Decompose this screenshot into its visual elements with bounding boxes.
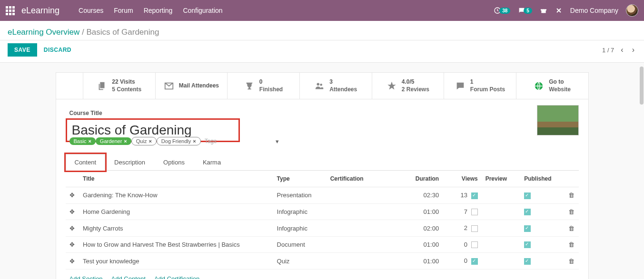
- tags-dropdown-icon[interactable]: ▾: [276, 138, 279, 145]
- delete-row-icon[interactable]: 🗑: [564, 187, 579, 204]
- delete-row-icon[interactable]: 🗑: [564, 236, 579, 253]
- tab-description[interactable]: Description: [105, 154, 154, 170]
- cell-type: Quiz: [273, 253, 327, 269]
- tag-basic[interactable]: Basic ×: [69, 137, 96, 145]
- preview-checkbox[interactable]: [471, 192, 478, 199]
- star-icon: [386, 81, 397, 91]
- tab-karma[interactable]: Karma: [194, 154, 230, 170]
- stat-go-website[interactable]: Go toWebsite: [516, 73, 588, 99]
- company-name[interactable]: Demo Company: [570, 7, 618, 14]
- table-row[interactable]: ✥Mighty CarrotsInfographic02:002 🗑: [66, 220, 579, 237]
- stat-reviews[interactable]: 4.0/52 Reviews: [372, 73, 444, 99]
- cell-title: Gardening: The Know-How: [79, 187, 273, 204]
- preview-checkbox[interactable]: [471, 209, 478, 215]
- breadcrumb-root[interactable]: eLearning Overview: [8, 28, 79, 37]
- published-checkbox[interactable]: [524, 258, 531, 265]
- comment-icon: [455, 81, 466, 91]
- cell-cert: [327, 253, 395, 269]
- discard-button[interactable]: DISCARD: [44, 47, 71, 53]
- user-avatar[interactable]: [626, 4, 638, 17]
- tag-remove-icon[interactable]: ×: [124, 138, 127, 144]
- messaging-icon[interactable]: 5: [518, 7, 532, 14]
- published-checkbox[interactable]: [524, 209, 531, 215]
- pager: 1 / 7 ‹ ›: [602, 44, 636, 56]
- tag-remove-icon[interactable]: ×: [193, 138, 196, 144]
- add-certification-link[interactable]: Add Certification: [154, 275, 199, 279]
- drag-handle-icon[interactable]: ✥: [66, 236, 79, 253]
- preview-checkbox[interactable]: [471, 225, 478, 232]
- nav-forum[interactable]: Forum: [114, 7, 133, 14]
- course-thumbnail[interactable]: [537, 105, 579, 135]
- tag-remove-icon[interactable]: ×: [149, 138, 151, 144]
- gift-icon[interactable]: [540, 7, 547, 14]
- scrollbar-thumb[interactable]: [640, 67, 644, 105]
- cell-cert: [327, 220, 395, 237]
- tab-content[interactable]: Content: [66, 154, 106, 171]
- stat-attendees[interactable]: 3Attendees: [299, 73, 372, 99]
- col-preview[interactable]: Preview: [482, 171, 521, 187]
- trophy-icon: [244, 81, 255, 91]
- stat-bar: 22 Visits5 Contents Mail Attendees 0Fini…: [56, 73, 588, 99]
- published-checkbox[interactable]: [524, 225, 531, 232]
- published-checkbox[interactable]: [524, 192, 531, 199]
- table-row[interactable]: ✥Test your knowledgeQuiz01:000 🗑: [66, 253, 579, 269]
- cell-published: [520, 236, 564, 253]
- tag-gardener[interactable]: Gardener ×: [96, 137, 131, 145]
- drag-handle-icon[interactable]: ✥: [66, 187, 79, 204]
- course-title-input[interactable]: [72, 123, 234, 138]
- col-title[interactable]: Title: [79, 171, 273, 187]
- breadcrumb-sep: /: [79, 28, 86, 37]
- cell-title: Home Gardening: [79, 203, 273, 220]
- preview-checkbox[interactable]: [471, 258, 478, 265]
- brand[interactable]: eLearning: [21, 6, 59, 16]
- tags-row[interactable]: Basic ×Gardener ×Quiz ×Dog Friendly × Ta…: [69, 137, 579, 145]
- drag-handle-icon[interactable]: ✥: [66, 220, 79, 237]
- save-button[interactable]: SAVE: [8, 43, 37, 57]
- pager-prev-icon[interactable]: ‹: [619, 44, 625, 56]
- table-row[interactable]: ✥Home GardeningInfographic01:007 🗑: [66, 203, 579, 220]
- cell-type: Infographic: [273, 203, 327, 220]
- preview-checkbox[interactable]: [471, 241, 478, 248]
- col-published[interactable]: Published: [520, 171, 564, 187]
- table-row[interactable]: ✥How to Grow and Harvest The Best Strawb…: [66, 236, 579, 253]
- topbar-right: 38 5 Demo Company: [494, 4, 638, 17]
- cell-preview: [482, 220, 521, 237]
- nav-courses[interactable]: Courses: [79, 7, 103, 14]
- delete-row-icon[interactable]: 🗑: [564, 220, 579, 237]
- delete-row-icon[interactable]: 🗑: [564, 253, 579, 269]
- table-row[interactable]: ✥Gardening: The Know-HowPresentation02:3…: [66, 187, 579, 204]
- tag-quiz[interactable]: Quiz ×: [131, 137, 157, 145]
- nav-reporting[interactable]: Reporting: [144, 7, 173, 14]
- stat-finished[interactable]: 0Finished: [227, 73, 299, 99]
- drag-handle-icon[interactable]: ✥: [66, 203, 79, 220]
- stat-forum[interactable]: 1Forum Posts: [444, 73, 516, 99]
- cell-views: 0: [443, 236, 482, 253]
- add-content-link[interactable]: Add Content: [111, 275, 146, 279]
- stat-mail[interactable]: Mail Attendees: [155, 73, 228, 99]
- settings-cross-icon[interactable]: [555, 7, 563, 14]
- published-checkbox[interactable]: [524, 241, 531, 248]
- tag-remove-icon[interactable]: ×: [88, 138, 91, 144]
- cell-preview: [482, 203, 521, 220]
- col-type[interactable]: Type: [273, 171, 327, 187]
- nav-configuration[interactable]: Configuration: [183, 7, 222, 14]
- cell-cert: [327, 187, 395, 204]
- add-section-link[interactable]: Add Section: [69, 275, 103, 279]
- cell-title: How to Grow and Harvest The Best Strawbe…: [79, 236, 273, 253]
- drag-handle-icon[interactable]: ✥: [66, 253, 79, 269]
- col-duration[interactable]: Duration: [394, 171, 443, 187]
- col-cert[interactable]: Certification: [327, 171, 395, 187]
- cell-title: Test your knowledge: [79, 253, 273, 269]
- stat-visits[interactable]: 22 Visits5 Contents: [83, 73, 155, 99]
- cell-title: Mighty Carrots: [79, 220, 273, 237]
- tab-options[interactable]: Options: [154, 154, 194, 170]
- breadcrumb-row: eLearning Overview / Basics of Gardening: [0, 21, 644, 40]
- delete-row-icon[interactable]: 🗑: [564, 203, 579, 220]
- pager-next-icon[interactable]: ›: [630, 44, 636, 56]
- apps-icon[interactable]: [6, 6, 15, 15]
- col-views[interactable]: Views: [443, 171, 482, 187]
- action-row: SAVE DISCARD 1 / 7 ‹ ›: [0, 40, 644, 63]
- activity-icon[interactable]: 38: [494, 7, 510, 14]
- cell-preview: [482, 236, 521, 253]
- tag-dog-friendly[interactable]: Dog Friendly ×: [157, 137, 201, 145]
